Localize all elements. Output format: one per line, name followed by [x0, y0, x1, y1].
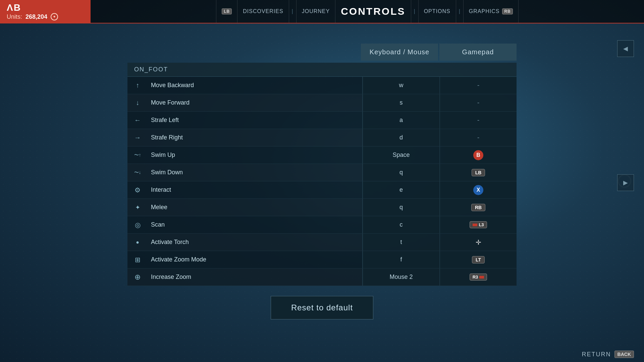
- rb-badge: RB: [502, 8, 513, 14]
- action-name: Move Backward: [148, 82, 362, 89]
- keyboard-key[interactable]: Space: [362, 146, 439, 164]
- action-icon-up: ↑: [127, 81, 148, 89]
- table-row[interactable]: ● Activate Torch t ✛: [127, 234, 517, 251]
- nav-item-options[interactable]: OPTIONS: [419, 0, 456, 23]
- scroll-up-arrow[interactable]: ◀: [617, 40, 634, 57]
- action-name: Swim Down: [148, 169, 362, 176]
- table-row[interactable]: ◎ Scan c L3: [127, 216, 517, 234]
- table-row[interactable]: ↑ Move Backward w -: [127, 77, 517, 94]
- scroll-down-arrow[interactable]: ▶: [617, 174, 634, 191]
- keyboard-key[interactable]: f: [362, 251, 439, 268]
- gamepad-key: RB: [439, 199, 517, 216]
- action-name: Strafe Right: [148, 134, 362, 141]
- gamepad-key: -: [439, 112, 517, 129]
- rb-button-badge: RB: [471, 204, 485, 211]
- up-arrow-icon: ↑: [136, 81, 139, 89]
- l3-red-indicator: [473, 224, 477, 226]
- reset-to-default-button[interactable]: Reset to default: [271, 296, 373, 319]
- action-icon-swim-up: 〜↑: [127, 152, 148, 158]
- action-name: Scan: [148, 221, 362, 228]
- action-icon-swim-down: 〜↓: [127, 170, 148, 176]
- keyboard-key[interactable]: d: [362, 129, 439, 146]
- main-content: Keyboard / Mouse Gamepad ON_FOOT ↑ Move …: [0, 23, 644, 362]
- scroll-nav: ◀ ▶: [617, 40, 634, 191]
- journey-label: JOURNEY: [302, 8, 330, 14]
- gamepad-key: -: [439, 77, 517, 94]
- player-units: Units: 268,204 ✦: [7, 13, 84, 20]
- lb-badge: LB: [222, 8, 232, 14]
- units-label: Units:: [7, 13, 22, 20]
- table-row[interactable]: ↓ Move Forward s -: [127, 94, 517, 112]
- table-row[interactable]: ⊕ Increase Zoom Mouse 2 R3: [127, 268, 517, 286]
- nav-item-journey[interactable]: JOURNEY: [297, 0, 335, 23]
- table-row[interactable]: 〜↓ Swim Down q LB: [127, 164, 517, 181]
- keyboard-key[interactable]: c: [362, 216, 439, 233]
- table-row[interactable]: → Strafe Right d -: [127, 129, 517, 146]
- dash-icon: -: [477, 81, 480, 89]
- nav-divider-3: |: [456, 0, 464, 23]
- table-row[interactable]: 〜↑ Swim Up Space B: [127, 146, 517, 164]
- nav-divider-1: |: [289, 0, 297, 23]
- action-name: Interact: [148, 186, 362, 193]
- table-row[interactable]: ⊞ Activate Zoom Mode f LT: [127, 251, 517, 268]
- table-row[interactable]: ✦ Melee q RB: [127, 199, 517, 216]
- action-icon-left: ←: [127, 116, 148, 124]
- nav-menu: LB DISCOVERIES | JOURNEY CONTROLS | OPTI…: [216, 0, 519, 23]
- action-icon-right: →: [127, 134, 148, 141]
- bottom-bar: RETURN BACK: [572, 347, 644, 362]
- player-info: ΛB Units: 268,204 ✦: [0, 0, 91, 23]
- controls-label: CONTROLS: [341, 6, 405, 17]
- nav-item-controls[interactable]: CONTROLS: [335, 0, 411, 23]
- lt-button-badge: LT: [472, 256, 485, 263]
- nav-item-graphics[interactable]: GRAPHICS RB: [464, 0, 519, 23]
- keyboard-key[interactable]: t: [362, 234, 439, 251]
- gamepad-header: Gamepad: [439, 44, 517, 61]
- action-icon-interact: ⚙: [127, 186, 148, 194]
- nav-item-discoveries[interactable]: DISCOVERIES: [237, 0, 289, 23]
- right-arrow-icon: →: [134, 134, 141, 141]
- dash-icon: -: [477, 116, 480, 124]
- action-icon-zoom: ⊞: [127, 256, 148, 264]
- section-label: ON_FOOT: [127, 63, 517, 77]
- action-name: Move Forward: [148, 99, 362, 106]
- controls-container: Keyboard / Mouse Gamepad ON_FOOT ↑ Move …: [127, 44, 517, 319]
- keyboard-key[interactable]: a: [362, 112, 439, 129]
- keyboard-mouse-header: Keyboard / Mouse: [361, 44, 438, 61]
- r3-button-badge: R3: [470, 274, 487, 281]
- action-icon-scan: ◎: [127, 221, 148, 229]
- action-icon-down: ↓: [127, 99, 148, 107]
- keyboard-key[interactable]: q: [362, 164, 439, 181]
- scan-icon: ◎: [135, 221, 141, 229]
- player-name: ΛB: [7, 2, 84, 13]
- b-button-badge: B: [473, 150, 483, 160]
- l3-button-badge: L3: [470, 221, 487, 228]
- currency-icon: ✦: [51, 13, 58, 20]
- return-label: RETURN: [582, 351, 611, 358]
- dash-icon: -: [477, 134, 480, 141]
- keyboard-key[interactable]: w: [362, 77, 439, 94]
- melee-icon: ✦: [135, 204, 140, 211]
- keyboard-key[interactable]: q: [362, 199, 439, 216]
- action-name: Strafe Left: [148, 117, 362, 124]
- gamepad-key: L3: [439, 216, 517, 233]
- controls-list: ↑ Move Backward w - ↓ Move Forward s - ←…: [127, 77, 517, 286]
- gamepad-key: R3: [439, 268, 517, 286]
- gamepad-key: -: [439, 129, 517, 146]
- keyboard-key[interactable]: Mouse 2: [362, 268, 439, 286]
- x-button-badge: X: [473, 185, 483, 195]
- torch-icon: ●: [136, 239, 139, 245]
- dpad-icon: ✛: [476, 238, 481, 246]
- top-bar: ΛB Units: 268,204 ✦ LB DISCOVERIES | JOU…: [0, 0, 644, 23]
- nav-lb-badge[interactable]: LB: [216, 0, 237, 23]
- action-name: Activate Zoom Mode: [148, 256, 362, 263]
- r3-red-indicator: [479, 276, 484, 279]
- options-label: OPTIONS: [424, 8, 450, 14]
- zoom-plus-icon: ⊕: [135, 273, 141, 282]
- gear-icon: ⚙: [135, 186, 141, 194]
- keyboard-key[interactable]: e: [362, 181, 439, 198]
- swim-down-icon: 〜↓: [134, 170, 141, 176]
- keyboard-key[interactable]: s: [362, 94, 439, 111]
- table-row[interactable]: ← Strafe Left a -: [127, 112, 517, 129]
- nav-divider-2: |: [411, 0, 419, 23]
- table-row[interactable]: ⚙ Interact e X: [127, 181, 517, 199]
